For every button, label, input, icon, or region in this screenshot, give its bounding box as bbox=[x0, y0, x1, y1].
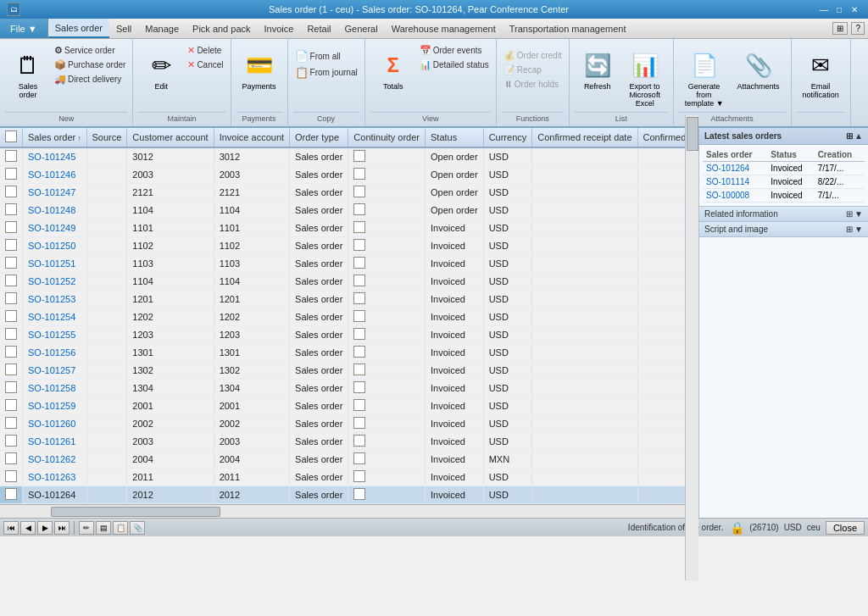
cell-checkbox[interactable] bbox=[0, 184, 23, 202]
menu-retail[interactable]: Retail bbox=[300, 19, 337, 38]
cell-sales-order[interactable]: SO-101248 bbox=[23, 202, 87, 219]
nav-view-button[interactable]: 📋 bbox=[113, 521, 128, 535]
cell-sales-order[interactable]: SO-101262 bbox=[23, 451, 87, 469]
cell-continuity[interactable] bbox=[348, 202, 426, 219]
cell-sales-order[interactable]: SO-101254 bbox=[23, 308, 87, 326]
generate-template-button[interactable]: 📄 Generatefromtemplate ▼ bbox=[679, 44, 730, 112]
totals-button[interactable]: Σ Totals bbox=[370, 44, 416, 95]
col-confirmed-date[interactable]: Confirmed receipt date bbox=[532, 128, 637, 147]
table-row[interactable]: SO-101250 1102 1102 Sales order Invoiced… bbox=[0, 237, 698, 255]
table-row[interactable]: SO-101251 1103 1103 Sales order Invoiced… bbox=[0, 255, 698, 273]
table-row[interactable]: SO-101263 2011 2011 Sales order Invoiced… bbox=[0, 469, 698, 486]
horizontal-scrollbar[interactable] bbox=[0, 504, 698, 518]
menu-warehouse[interactable]: Warehouse management bbox=[385, 19, 503, 38]
table-row[interactable]: SO-101258 1304 1304 Sales order Invoiced… bbox=[0, 380, 698, 397]
cell-continuity[interactable] bbox=[348, 184, 426, 202]
col-invoice[interactable]: Invoice account bbox=[214, 128, 289, 147]
table-row[interactable]: SO-101255 1203 1203 Sales order Invoiced… bbox=[0, 326, 698, 344]
minimize-button[interactable]: — bbox=[817, 3, 831, 16]
vertical-scrollbar[interactable] bbox=[685, 128, 698, 518]
cell-sales-order[interactable]: SO-101251 bbox=[23, 255, 87, 273]
col-sales-order[interactable]: Sales order bbox=[23, 128, 87, 147]
panel-table-row[interactable]: SO-101114 Invoiced 8/22/... bbox=[703, 175, 865, 189]
nav-last-button[interactable]: ⏭ bbox=[54, 521, 70, 535]
cell-checkbox[interactable] bbox=[0, 147, 23, 166]
related-expand-icon[interactable]: ⊞ bbox=[846, 209, 853, 219]
detailed-status-button[interactable]: 📊 Detailed status bbox=[418, 58, 491, 71]
v-scroll-thumb[interactable] bbox=[687, 128, 698, 151]
table-row[interactable]: SO-101245 3012 3012 Sales order Open ord… bbox=[0, 147, 698, 166]
cell-continuity[interactable] bbox=[348, 344, 426, 362]
cell-checkbox[interactable] bbox=[0, 469, 23, 486]
payments-button[interactable]: 💳 Payments bbox=[236, 44, 282, 95]
table-row[interactable]: SO-101264 2012 2012 Sales order Invoiced… bbox=[0, 486, 698, 504]
grid-scroll[interactable]: Sales order Source Customer account Invo… bbox=[0, 128, 698, 504]
col-continuity[interactable]: Continuity order bbox=[348, 128, 426, 147]
cell-sales-order[interactable]: SO-101261 bbox=[23, 433, 87, 451]
cell-checkbox[interactable] bbox=[0, 433, 23, 451]
order-credit-button[interactable]: 💰 Order credit bbox=[502, 49, 564, 62]
cell-sales-order[interactable]: SO-101250 bbox=[23, 237, 87, 255]
export-excel-button[interactable]: 📊 Export toMicrosoftExcel bbox=[622, 44, 668, 112]
cell-checkbox[interactable] bbox=[0, 344, 23, 362]
table-row[interactable]: SO-101249 1101 1101 Sales order Invoiced… bbox=[0, 219, 698, 237]
cell-continuity[interactable] bbox=[348, 362, 426, 380]
table-row[interactable]: SO-101248 1104 1104 Sales order Open ord… bbox=[0, 202, 698, 219]
nav-close-button[interactable]: Close bbox=[826, 521, 865, 535]
nav-filter-button[interactable]: ▤ bbox=[96, 521, 111, 535]
table-row[interactable]: SO-101259 2001 2001 Sales order Invoiced… bbox=[0, 397, 698, 415]
cell-sales-order[interactable]: SO-101256 bbox=[23, 344, 87, 362]
cell-continuity[interactable] bbox=[348, 451, 426, 469]
cell-sales-order[interactable]: SO-101259 bbox=[23, 397, 87, 415]
nav-edit-button[interactable]: ✏ bbox=[79, 521, 94, 535]
cell-checkbox[interactable] bbox=[0, 273, 23, 291]
order-holds-button[interactable]: ⏸ Order holds bbox=[502, 78, 560, 90]
table-row[interactable]: SO-101260 2002 2002 Sales order Invoiced… bbox=[0, 415, 698, 433]
table-row[interactable]: SO-101247 2121 2121 Sales order Open ord… bbox=[0, 184, 698, 202]
cancel-button[interactable]: ✕ Cancel bbox=[186, 58, 225, 71]
cell-continuity[interactable] bbox=[348, 397, 426, 415]
recap-button[interactable]: 📝 Recap bbox=[502, 64, 543, 76]
cell-checkbox[interactable] bbox=[0, 451, 23, 469]
cell-checkbox[interactable] bbox=[0, 219, 23, 237]
nav-prev-button[interactable]: ◀ bbox=[20, 521, 36, 535]
script-chevron-icon[interactable]: ▼ bbox=[854, 225, 863, 234]
panel-cell-id[interactable]: SO-100008 bbox=[703, 189, 767, 203]
table-row[interactable]: SO-101262 2004 2004 Sales order Invoiced… bbox=[0, 451, 698, 469]
cell-continuity[interactable] bbox=[348, 237, 426, 255]
related-information-header[interactable]: Related information ⊞ ▼ bbox=[699, 207, 868, 221]
col-order-type[interactable]: Order type bbox=[290, 128, 348, 147]
table-row[interactable]: SO-101261 2003 2003 Sales order Invoiced… bbox=[0, 433, 698, 451]
cell-sales-order[interactable]: SO-101263 bbox=[23, 469, 87, 486]
table-row[interactable]: SO-101256 1301 1301 Sales order Invoiced… bbox=[0, 344, 698, 362]
cell-sales-order[interactable]: SO-101258 bbox=[23, 380, 87, 397]
menu-invoice[interactable]: Invoice bbox=[258, 19, 301, 38]
cell-sales-order[interactable]: SO-101257 bbox=[23, 362, 87, 380]
cell-checkbox[interactable] bbox=[0, 291, 23, 308]
cell-sales-order[interactable]: SO-101253 bbox=[23, 291, 87, 308]
purchase-order-button[interactable]: 📦 Purchase order bbox=[53, 58, 127, 71]
maximize-button[interactable]: □ bbox=[832, 3, 846, 16]
cell-sales-order[interactable]: SO-101252 bbox=[23, 273, 87, 291]
email-notification-button[interactable]: ✉ Emailnotification bbox=[797, 44, 845, 103]
cell-continuity[interactable] bbox=[348, 255, 426, 273]
cell-sales-order[interactable]: SO-101245 bbox=[23, 147, 87, 166]
order-events-button[interactable]: 📅 Order events bbox=[418, 44, 491, 57]
menu-sales-order[interactable]: Sales order bbox=[48, 19, 109, 38]
cell-checkbox[interactable] bbox=[0, 308, 23, 326]
col-customer[interactable]: Customer account bbox=[127, 128, 214, 147]
cell-continuity[interactable] bbox=[348, 469, 426, 486]
panel-expand-icon[interactable]: ⊞ bbox=[846, 131, 853, 141]
cell-continuity[interactable] bbox=[348, 380, 426, 397]
cell-sales-order[interactable]: SO-101249 bbox=[23, 219, 87, 237]
cell-checkbox[interactable] bbox=[0, 362, 23, 380]
edit-button[interactable]: ✏ Edit bbox=[138, 44, 184, 95]
nav-next-button[interactable]: ▶ bbox=[37, 521, 53, 535]
service-order-button[interactable]: ⚙ Service order bbox=[53, 44, 127, 57]
menu-general[interactable]: General bbox=[338, 19, 385, 38]
menu-pick-pack[interactable]: Pick and pack bbox=[186, 19, 257, 38]
cell-checkbox[interactable] bbox=[0, 326, 23, 344]
table-row[interactable]: SO-101257 1302 1302 Sales order Invoiced… bbox=[0, 362, 698, 380]
cell-sales-order[interactable]: SO-101246 bbox=[23, 166, 87, 184]
cell-checkbox[interactable] bbox=[0, 397, 23, 415]
